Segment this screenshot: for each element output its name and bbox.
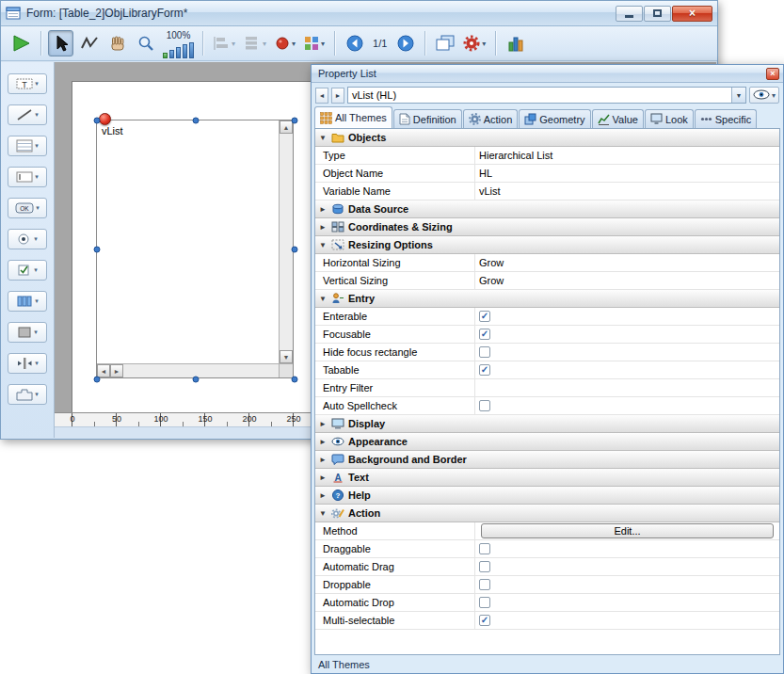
selection-handle[interactable] <box>193 377 200 383</box>
tab-value[interactable]: Value <box>592 109 644 128</box>
checkbox-auto-spellcheck[interactable] <box>479 400 490 411</box>
form-editor-titlebar[interactable]: Form: [Table_2]ObjLibraryForm* × <box>1 1 717 26</box>
section-header-text[interactable]: ►AText <box>315 469 779 487</box>
object-library-button[interactable] <box>503 30 528 56</box>
property-value-entry-filter[interactable] <box>475 379 779 396</box>
zoom-bars[interactable] <box>163 41 194 58</box>
property-value-droppable[interactable] <box>475 576 779 593</box>
object-horizontal-scrollbar[interactable]: ◄ ► <box>97 363 279 377</box>
zoom-bar[interactable] <box>169 50 174 58</box>
object-vertical-scrollbar[interactable]: ▲ ▼ <box>279 120 293 363</box>
property-value-enterable[interactable]: ✓ <box>475 308 779 325</box>
property-value-focusable[interactable]: ✓ <box>475 326 779 343</box>
property-value-auto-spellcheck[interactable] <box>475 397 779 414</box>
previous-object-button[interactable]: ◄ <box>315 88 328 104</box>
close-button[interactable]: × <box>672 6 712 22</box>
run-button[interactable] <box>8 30 34 56</box>
selection-handle[interactable] <box>94 247 101 253</box>
checkbox-draggable[interactable] <box>479 543 490 554</box>
property-value-multi-selectable[interactable]: ✓ <box>475 612 779 629</box>
chevron-down-icon[interactable]: ▼ <box>731 88 745 103</box>
property-list-titlebar[interactable]: Property List × <box>312 65 783 83</box>
checkbox-droppable[interactable] <box>479 579 490 590</box>
property-list-close-button[interactable]: × <box>766 68 779 80</box>
property-value-tabable[interactable]: ✓ <box>475 361 779 378</box>
distribute-dropdown[interactable]: ▾ <box>241 30 269 56</box>
scroll-up-icon[interactable]: ▲ <box>280 120 293 134</box>
checkbox-enterable[interactable]: ✓ <box>479 311 490 322</box>
splitter-tool-button[interactable]: ▾ <box>8 353 47 374</box>
section-header-appearance[interactable]: ►Appearance <box>315 433 779 451</box>
text-tool-button[interactable]: T▾ <box>8 73 47 94</box>
align-dropdown[interactable]: ▾ <box>210 30 238 56</box>
tab-specific[interactable]: Specific <box>695 109 758 128</box>
property-value-object-name[interactable]: HL <box>475 165 779 182</box>
radio-tool-button[interactable]: ▾ <box>8 229 47 249</box>
scroll-left-icon[interactable]: ◄ <box>97 364 110 377</box>
property-value-hide-focus-rectangle[interactable] <box>475 344 779 361</box>
checkbox-tabable[interactable]: ✓ <box>479 364 490 376</box>
previous-page-button[interactable] <box>342 30 367 56</box>
zoom-widget[interactable]: 100% <box>161 28 196 58</box>
tab-action[interactable]: Action <box>463 109 519 128</box>
visibility-options-button[interactable]: ▾ <box>749 87 779 104</box>
maximize-button[interactable] <box>644 6 671 22</box>
zoom-bar[interactable] <box>183 44 187 58</box>
checkbox-hide-focus-rectangle[interactable] <box>479 346 490 358</box>
section-header-objects[interactable]: ▼Objects <box>315 129 779 147</box>
next-object-button[interactable]: ► <box>331 88 344 104</box>
section-header-entry[interactable]: ▼Entry <box>315 290 779 308</box>
property-value-draggable[interactable] <box>475 540 779 557</box>
scroll-down-icon[interactable]: ▼ <box>280 350 293 363</box>
checkbox-focusable[interactable]: ✓ <box>479 329 490 340</box>
tab-control-tool-button[interactable]: ▾ <box>8 384 47 405</box>
selection-handle[interactable] <box>292 118 298 124</box>
checkbox-automatic-drag[interactable] <box>479 561 490 572</box>
zoom-bar[interactable] <box>176 47 181 58</box>
object-selector-combobox[interactable]: vList (HL) ▼ <box>347 87 746 104</box>
property-value-vertical-sizing[interactable]: Grow <box>475 272 779 289</box>
section-header-display[interactable]: ►Display <box>315 415 779 433</box>
color-dropdown[interactable]: ▾ <box>272 30 298 56</box>
selection-handle[interactable] <box>292 247 298 253</box>
scroll-right-icon[interactable]: ► <box>110 364 123 377</box>
zoom-bar[interactable] <box>163 53 168 58</box>
tab-geometry[interactable]: Geometry <box>519 109 590 128</box>
property-value-automatic-drop[interactable] <box>475 594 779 611</box>
display-options-dropdown[interactable]: ▾ <box>301 30 328 56</box>
input-tool-button[interactable]: ▾ <box>8 167 47 187</box>
next-page-button[interactable] <box>392 30 418 56</box>
selection-handle[interactable] <box>94 118 101 124</box>
listbox-tool-button[interactable]: ▾ <box>8 136 47 156</box>
zoom-tool-button[interactable] <box>133 30 158 56</box>
section-header-help[interactable]: ►?Help <box>315 487 779 505</box>
execute-dropdown[interactable]: ▾ <box>460 30 488 56</box>
selection-handle[interactable] <box>193 118 200 124</box>
tab-definition[interactable]: Definition <box>393 109 462 128</box>
hand-tool-button[interactable] <box>104 30 130 56</box>
section-header-resizing-options[interactable]: ▼Resizing Options <box>315 236 779 254</box>
form-windows-button[interactable] <box>432 30 457 56</box>
hierarchical-list-object[interactable]: vList ▲ ▼ ◄ ► <box>96 120 294 378</box>
section-header-coordinates-sizing[interactable]: ►Coordinates & Sizing <box>315 218 779 236</box>
column-tool-button[interactable]: ▾ <box>8 291 47 312</box>
rectangle-tool-button[interactable]: ▾ <box>8 322 47 343</box>
property-value-automatic-drag[interactable] <box>475 558 779 575</box>
section-header-action[interactable]: ▼Action <box>315 505 779 522</box>
property-value-type[interactable]: Hierarchical List <box>475 147 779 164</box>
button-tool-button[interactable]: OK▾ <box>8 198 47 218</box>
checkbox-multi-selectable[interactable]: ✓ <box>479 615 490 626</box>
checkbox-tool-button[interactable]: ▾ <box>8 260 47 281</box>
selection-handle[interactable] <box>292 377 298 383</box>
property-value-variable-name[interactable]: vList <box>475 183 779 200</box>
checkbox-automatic-drop[interactable] <box>479 597 490 608</box>
edit-method-button[interactable]: Edit... <box>481 523 774 538</box>
pointer-tool-button[interactable] <box>48 30 73 56</box>
tab-all-themes[interactable]: All Themes <box>314 106 392 128</box>
selection-handle[interactable] <box>94 377 101 383</box>
section-header-background-and-border[interactable]: ►Background and Border <box>315 451 779 469</box>
zoom-bar[interactable] <box>189 42 194 58</box>
property-value-horizontal-sizing[interactable]: Grow <box>475 254 779 271</box>
tab-look[interactable]: Look <box>645 109 694 128</box>
section-header-data-source[interactable]: ►Data Source <box>315 201 779 218</box>
